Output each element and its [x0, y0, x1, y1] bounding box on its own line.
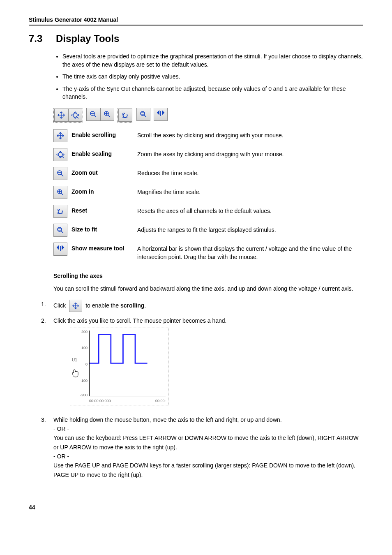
svg-line-19	[62, 156, 64, 158]
measure-tool-icon	[157, 110, 165, 118]
zoom-out-icon	[89, 110, 97, 118]
bullet-2: The time axis can display only positive …	[62, 73, 363, 81]
ytick: -100	[80, 378, 88, 384]
scroll-arrows-icon	[72, 302, 79, 310]
step-number: 2.	[41, 316, 48, 411]
ytick: -200	[80, 392, 88, 398]
size-to-fit-icon-cell	[53, 224, 67, 237]
tool-label: Enable scrolling	[71, 129, 137, 138]
step1-prefix: Click	[53, 302, 67, 308]
scale-magnifier-icon	[71, 111, 79, 119]
tool-desc: Scroll the axes by clicking and dragging…	[137, 129, 363, 140]
svg-marker-29	[57, 246, 59, 249]
reset-icon-cell	[53, 205, 67, 218]
step1-suffix-a: to enable the	[85, 302, 120, 308]
enable-scrolling-icon-cell	[53, 129, 67, 142]
tool-label: Size to fit	[71, 224, 137, 233]
chart-x-axis: 00:00:00:000 00:00:	[89, 396, 166, 404]
svg-point-11	[141, 111, 145, 116]
example-chart: 200 100 0 -100 -200 U1	[70, 328, 168, 405]
scrolling-heading: Scrolling the axes	[53, 273, 363, 279]
toolbar-group-measure	[154, 108, 168, 123]
ytick: 200	[81, 329, 88, 335]
tool-desc: Magnifies the time scale.	[137, 186, 363, 197]
svg-marker-13	[157, 111, 159, 114]
hand-cursor-icon	[71, 369, 88, 378]
show-measure-tool-button[interactable]	[154, 108, 168, 121]
reset-axes-icon	[121, 111, 129, 119]
chart-waveform	[90, 331, 166, 396]
tool-descriptions: Enable scrolling Scroll the axes by clic…	[53, 129, 363, 261]
reset-axes-icon	[56, 207, 65, 215]
step2-text: Click the axis you like to scroll. The m…	[53, 317, 227, 324]
tool-row-scrolling: Enable scrolling Scroll the axes by clic…	[53, 129, 363, 142]
section-title-text: Display Tools	[56, 33, 119, 44]
bullet-3: The y-axis of the Sync Out channels cann…	[62, 85, 363, 101]
svg-point-27	[58, 227, 62, 231]
svg-line-5	[94, 115, 96, 117]
step3-or2: - OR -	[53, 453, 69, 460]
svg-point-2	[73, 113, 77, 117]
step-1: 1. Click to enable the scrolling.	[41, 300, 363, 312]
page-header: Stimulus Generator 4002 Manual	[29, 16, 363, 25]
tool-label: Show measure tool	[71, 243, 137, 252]
y-axis-label: U1	[72, 357, 88, 363]
step3-or1: - OR -	[53, 426, 69, 432]
tool-desc: Adjusts the ranges to fit the largest di…	[137, 224, 363, 234]
svg-marker-14	[162, 111, 164, 114]
zoom-in-button[interactable]	[100, 108, 114, 121]
scroll-arrows-icon	[56, 132, 65, 140]
svg-marker-30	[62, 246, 64, 249]
xtick: 00:00:	[155, 398, 166, 404]
tool-row-size-to-fit: Size to fit Adjusts the ranges to fit th…	[53, 224, 363, 237]
svg-point-18	[58, 153, 62, 157]
toolbar-group-zoom	[86, 108, 114, 123]
enable-scaling-button[interactable]	[68, 109, 82, 122]
size-to-fit-button[interactable]	[136, 108, 150, 121]
svg-line-28	[61, 231, 63, 233]
bullet-1: Several tools are provided to optimize t…	[62, 53, 363, 69]
tool-row-scaling: Enable scaling Zoom the axes by clicking…	[53, 148, 363, 161]
chart-plot-area[interactable]	[89, 331, 166, 396]
tool-row-zoom-in: Zoom in Magnifies the time scale.	[53, 186, 363, 199]
scrolling-intro: You can scroll the stimuli forward and b…	[53, 285, 363, 293]
enable-scrolling-button[interactable]	[54, 109, 68, 122]
svg-line-3	[77, 117, 78, 118]
section-number: 7.3	[29, 33, 49, 44]
tool-desc: Zoom the axes by clicking and dragging w…	[137, 148, 363, 159]
zoom-out-button[interactable]	[86, 108, 100, 121]
scroll-arrows-icon	[57, 111, 65, 119]
tool-desc: A horizontal bar is shown that displays …	[137, 243, 363, 261]
ytick: 100	[81, 345, 88, 351]
tool-label: Enable scaling	[71, 148, 137, 157]
tool-desc: Resets the axes of all channels to the d…	[137, 205, 363, 215]
enable-scrolling-inline-button[interactable]	[69, 300, 82, 312]
toolbar-group-scroll-scale	[53, 108, 83, 123]
enable-scaling-icon-cell	[53, 148, 67, 161]
step-number: 1.	[41, 300, 48, 312]
zoom-out-icon	[56, 169, 65, 178]
svg-line-24	[61, 193, 63, 195]
tool-row-zoom-out: Zoom out Reduces the time scale.	[53, 167, 363, 180]
zoom-in-icon	[56, 188, 65, 197]
svg-line-21	[61, 174, 63, 176]
tool-row-measure: Show measure tool A horizontal bar is sh…	[53, 243, 363, 261]
reset-button[interactable]	[118, 109, 132, 122]
xtick: 00:00:00:000	[89, 398, 111, 404]
display-toolbar	[53, 108, 363, 123]
step3-line2: You can use the keyboard: Press LEFT ARR…	[53, 435, 359, 450]
toolbar-group-fit	[136, 108, 150, 123]
measure-icon-cell	[53, 243, 67, 256]
tool-row-reset: Reset Resets the axes of all channels to…	[53, 205, 363, 218]
step-number: 3.	[41, 415, 48, 480]
svg-line-12	[144, 115, 146, 117]
step3-line3: Use the PAGE UP and PAGE DOWN keys for a…	[53, 462, 355, 478]
step3-line1: While holding down the mouse button, mov…	[53, 416, 282, 423]
tool-desc: Reduces the time scale.	[137, 167, 363, 178]
page-number: 44	[29, 504, 363, 511]
intro-bullets: Several tools are provided to optimize t…	[53, 53, 363, 101]
step1-suffix-b: .	[144, 302, 146, 308]
tool-label: Zoom out	[71, 167, 137, 176]
size-to-fit-icon	[139, 110, 148, 118]
tool-label: Reset	[71, 205, 137, 214]
